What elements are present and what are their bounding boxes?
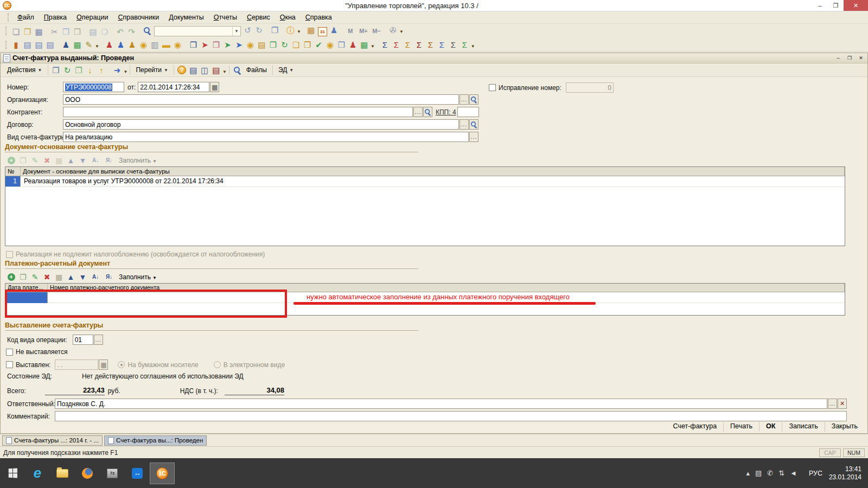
sum-journal-icon[interactable]: Σ: [448, 39, 459, 50]
customer-cart-icon[interactable]: ♟: [115, 39, 126, 50]
info-icon[interactable]: ⓘ: [285, 24, 296, 36]
help-icon[interactable]: ?: [176, 65, 188, 76]
kpp-value-field[interactable]: [457, 107, 479, 117]
organization-select-button[interactable]: ...: [459, 94, 469, 105]
money-flow-icon[interactable]: ◉: [245, 39, 256, 50]
debtor-report-icon[interactable]: ♟: [347, 39, 359, 50]
kpp-link[interactable]: КПП: 4: [436, 108, 456, 116]
mdi-tab-2[interactable]: Счет-фактура вы...: Проведен: [104, 435, 207, 446]
movements-in-icon[interactable]: ↓: [85, 65, 96, 76]
post-document-icon[interactable]: ❒: [50, 65, 62, 76]
menu-item-7[interactable]: Сервис: [242, 12, 275, 23]
invoice-kind-input[interactable]: На реализацию: [63, 132, 469, 142]
tray-network-icon[interactable]: ⇅: [778, 469, 784, 477]
maximize-button[interactable]: ❐: [828, 0, 844, 11]
mdi-tab-1[interactable]: Счета-фактуры ...: 2014 г. - ...: [2, 435, 103, 446]
op-code-input[interactable]: 01: [73, 335, 93, 345]
sort-desc-icon[interactable]: Я↓: [103, 155, 115, 165]
new-file-icon[interactable]: ❏: [10, 26, 22, 37]
sum-orders-icon[interactable]: Σ: [425, 39, 436, 50]
menu-item-5[interactable]: Документы: [164, 12, 208, 23]
calendar-icon[interactable]: 31: [317, 26, 328, 37]
archive-app-button[interactable]: 7z: [100, 463, 125, 484]
contract-open-button[interactable]: [469, 119, 478, 130]
chevron-down-icon[interactable]: ▼: [371, 44, 375, 50]
undo-icon[interactable]: ↶: [114, 26, 126, 37]
menu-item-4[interactable]: Справочники: [113, 12, 164, 23]
organization-input[interactable]: ООО: [63, 94, 459, 105]
forward-icon[interactable]: ➜: [112, 65, 123, 76]
files-button[interactable]: Файлы: [243, 65, 270, 75]
print-form-icon[interactable]: ▤: [22, 39, 33, 50]
organization-open-button[interactable]: [469, 94, 478, 105]
sales-return-icon[interactable]: ➤: [199, 39, 210, 50]
taskbar-clock[interactable]: 13:41 23.01.2014: [829, 465, 861, 481]
calculator-icon[interactable]: ▦: [305, 24, 317, 36]
find-files-icon[interactable]: [232, 65, 243, 76]
counterparty-input[interactable]: [63, 107, 413, 117]
responsible-select-button[interactable]: ...: [828, 399, 837, 409]
menu-item-1[interactable]: Файл: [12, 12, 39, 23]
tray-display-icon[interactable]: ▤: [755, 469, 762, 477]
finish-edit-icon[interactable]: ▦: [54, 155, 64, 165]
search-icon[interactable]: [142, 25, 153, 36]
mxl-report-icon[interactable]: ▤: [210, 65, 222, 76]
close-button[interactable]: ✕: [844, 0, 868, 11]
search-combobox[interactable]: ▼: [154, 26, 241, 36]
start-button[interactable]: [0, 463, 25, 484]
file-explorer-button[interactable]: [50, 463, 75, 484]
chevron-down-icon[interactable]: ▼: [95, 44, 99, 50]
move-down-icon[interactable]: ▼: [78, 155, 88, 165]
internet-explorer-button[interactable]: e: [25, 463, 50, 484]
tray-expand-icon[interactable]: ▴: [746, 469, 750, 477]
footer-button-5[interactable]: Закрыть: [825, 421, 864, 432]
chevron-down-icon[interactable]: ▼: [232, 27, 240, 36]
doc-close-icon[interactable]: ✕: [856, 54, 866, 62]
cut-icon[interactable]: ✂: [49, 26, 60, 37]
teamviewer-button[interactable]: ↔: [125, 463, 150, 484]
memory-plus-icon[interactable]: M+: [357, 25, 370, 37]
transfer-icon[interactable]: ➤: [233, 39, 245, 50]
sum-by-manager-icon[interactable]: Σ: [379, 39, 391, 50]
date-input[interactable]: 22.01.2014 17:26:34: [138, 82, 209, 92]
sum-payments-icon[interactable]: Σ: [436, 39, 448, 50]
menu-item-8[interactable]: Окна: [275, 12, 301, 23]
doc-minimize-icon[interactable]: –: [833, 54, 843, 62]
cash-doc-icon[interactable]: ▤: [256, 39, 267, 50]
movements-out-icon[interactable]: ↑: [96, 65, 107, 76]
tray-volume-icon[interactable]: ◄: [790, 469, 797, 477]
customer-order-icon[interactable]: ♟: [104, 39, 115, 50]
counterparty-open-button[interactable]: [423, 107, 432, 117]
chevron-down-icon[interactable]: ▼: [222, 69, 227, 76]
sort-asc-icon[interactable]: А↓: [90, 155, 101, 165]
edit-row-icon[interactable]: ✎: [30, 155, 40, 165]
save-icon[interactable]: ▦: [33, 26, 44, 37]
counterparty-select-button[interactable]: ...: [413, 107, 423, 117]
purchase-doc-icon[interactable]: ❒: [210, 39, 222, 50]
chevron-down-icon[interactable]: ▼: [399, 29, 404, 36]
doc-add-icon[interactable]: ❏: [290, 39, 302, 50]
find-prev-icon[interactable]: ↻: [253, 24, 265, 36]
invoice-kind-select-button[interactable]: ...: [469, 132, 478, 142]
paste-icon[interactable]: ❒: [72, 26, 83, 37]
sales-doc-icon[interactable]: ❒: [188, 39, 199, 50]
menu-item-6[interactable]: Отчеты: [209, 12, 242, 23]
structure-icon[interactable]: ▤: [188, 65, 199, 76]
buyer-cart-icon[interactable]: ♟: [126, 39, 138, 50]
reread-icon[interactable]: ↻: [62, 65, 73, 76]
fill-dropdown[interactable]: Заполнить▼: [119, 157, 157, 164]
issued-checkbox[interactable]: [6, 361, 13, 368]
basis-col-doc[interactable]: Документ - основание для выписки счета-ф…: [21, 167, 845, 176]
print-preview-icon[interactable]: ❍: [99, 26, 110, 37]
list-settings-icon[interactable]: ◫: [199, 65, 210, 76]
menu-item-2[interactable]: Правка: [39, 12, 72, 23]
add-row-icon[interactable]: +: [6, 272, 16, 282]
cash-register-icon[interactable]: ▦: [72, 39, 83, 50]
sort-asc-icon[interactable]: А↓: [90, 272, 101, 282]
ed-dropdown[interactable]: ЭД▼: [275, 65, 297, 75]
basis-col-num[interactable]: №: [5, 167, 21, 176]
doc-approve-icon[interactable]: ✔: [313, 39, 324, 50]
chevron-down-icon[interactable]: ▼: [471, 44, 475, 50]
service-settings-icon[interactable]: ✇: [387, 24, 399, 36]
find-next-icon[interactable]: ↺: [242, 24, 253, 36]
